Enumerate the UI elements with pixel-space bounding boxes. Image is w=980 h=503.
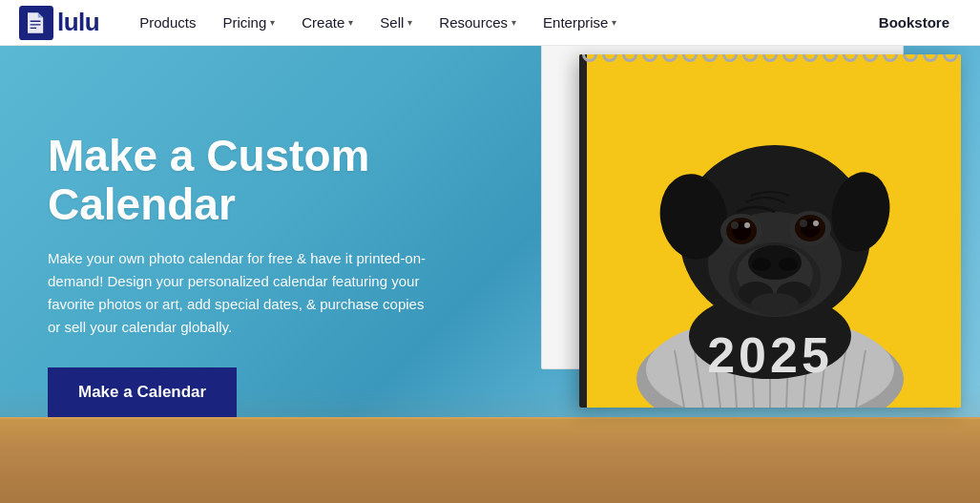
nav-item-resources[interactable]: Resources ▾ (427, 0, 528, 46)
spiral-loop (843, 54, 858, 62)
spiral-loop (823, 54, 838, 62)
nav-item-products[interactable]: Products (128, 0, 207, 46)
nav-item-create[interactable]: Create ▾ (290, 0, 365, 46)
spiral-loop (863, 54, 878, 62)
hero-title: Make a Custom Calendar (48, 132, 477, 228)
svg-point-28 (800, 220, 807, 227)
spiral-loop (903, 54, 918, 62)
spiral-loop (722, 54, 738, 62)
spiral-loop (682, 54, 698, 62)
pricing-chevron-icon: ▾ (270, 17, 275, 28)
svg-point-33 (752, 258, 771, 271)
nav-item-bookstore[interactable]: Bookstore (867, 0, 961, 46)
spiral-loop (642, 54, 657, 62)
lulu-logo-icon (19, 6, 53, 40)
hero-description: Make your own photo calendar for free & … (48, 247, 429, 339)
spiral-loop (762, 54, 778, 62)
nav-item-enterprise[interactable]: Enterprise ▾ (532, 0, 628, 46)
spiral-loop (923, 54, 938, 62)
hero-section: Make a Custom Calendar Make your own pho… (0, 46, 980, 503)
hero-cta-button[interactable]: Make a Calendar (48, 367, 237, 417)
calendar-spine (579, 54, 587, 408)
create-chevron-icon: ▾ (348, 17, 353, 28)
spiral-loop (803, 54, 818, 62)
spiral-loop (742, 54, 758, 62)
sell-chevron-icon: ▾ (407, 17, 412, 28)
spiral-loop (582, 54, 597, 62)
spiral-loop (943, 54, 958, 62)
svg-point-38 (751, 293, 799, 316)
nav-item-pricing[interactable]: Pricing ▾ (211, 0, 286, 46)
svg-point-24 (744, 222, 750, 228)
spiral-loop (782, 54, 798, 62)
navigation: lulu Products Pricing ▾ Create ▾ Sell ▾ … (0, 0, 980, 46)
svg-point-29 (813, 220, 819, 226)
spiral-binding-front (579, 54, 961, 66)
spiral-loop (662, 54, 678, 62)
svg-point-23 (731, 221, 739, 229)
svg-point-34 (779, 258, 798, 271)
logo-text: lulu (57, 8, 99, 37)
resources-chevron-icon: ▾ (511, 17, 516, 28)
nav-links: Products Pricing ▾ Create ▾ Sell ▾ Resou… (128, 0, 961, 46)
spiral-loop (883, 54, 898, 62)
logo-link[interactable]: lulu (19, 6, 99, 40)
calendar-front-cover: 2025 (579, 54, 961, 408)
hero-content: Make a Custom Calendar Make your own pho… (0, 94, 477, 455)
calendar-year: 2025 (707, 326, 833, 384)
spiral-loop (702, 54, 718, 62)
spiral-loop (622, 54, 637, 62)
spiral-loop (602, 54, 617, 62)
nav-item-sell[interactable]: Sell ▾ (368, 0, 424, 46)
calendar-mockup: 2025 (446, 46, 980, 427)
enterprise-chevron-icon: ▾ (612, 17, 616, 28)
